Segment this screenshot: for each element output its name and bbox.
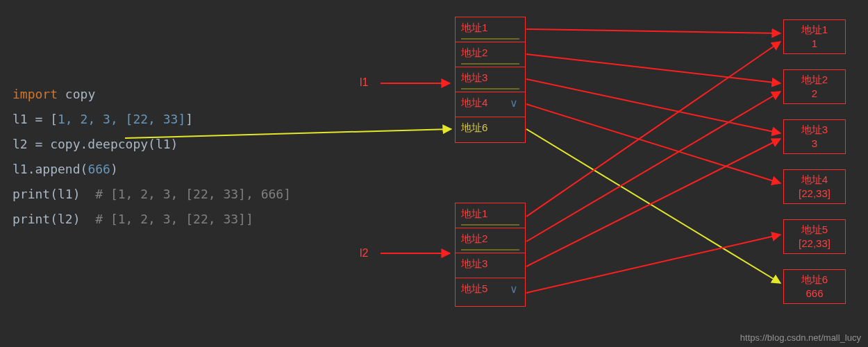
arrow-l2c1-to-v1 <box>526 42 781 217</box>
arrow-l1c4-to-v4 <box>526 104 781 183</box>
l2-cell-2-text: 地址2 <box>461 232 487 244</box>
column-l2: 地址1 地址2 地址3 地址5∨ <box>455 203 526 307</box>
code-line2-nums: 1, 2, 3, [22, 33] <box>58 112 185 126</box>
code-line4-num: 666 <box>87 162 110 176</box>
value-box-3-title: 地址3 <box>784 123 845 137</box>
value-box-3-value: 3 <box>784 137 845 151</box>
column-l1: 地址1 地址2 地址3 地址4∨ 地址6 <box>455 17 526 143</box>
l1-cell-6-text: 地址6 <box>461 121 487 133</box>
arrow-l2c3-to-v3 <box>526 139 781 266</box>
value-box-1: 地址1 1 <box>783 19 846 54</box>
value-box-2-title: 地址2 <box>784 73 845 87</box>
code-line6: print(l2) <box>12 212 81 226</box>
l1-cell-6: 地址6 <box>456 117 525 142</box>
arrow-l1c6-to-v6 <box>526 129 781 283</box>
value-box-4-title: 地址4 <box>784 173 845 187</box>
l2-cell-3-text: 地址3 <box>461 257 487 269</box>
l1-cell-1-text: 地址1 <box>461 22 487 33</box>
code-line3: l2 = copy.deepcopy(l1) <box>12 137 178 151</box>
value-box-2: 地址2 2 <box>783 69 846 104</box>
l2-cell-2: 地址2 <box>456 228 525 253</box>
code-ident-copy: copy <box>58 87 95 101</box>
value-box-5-title: 地址5 <box>784 223 845 237</box>
value-box-6-title: 地址6 <box>784 273 845 287</box>
value-box-4: 地址4 [22,33] <box>783 169 846 204</box>
l1-cell-3: 地址3 <box>456 67 525 92</box>
code-line5-comment: # [1, 2, 3, [22, 33], 666] <box>81 187 291 201</box>
value-box-4-value: [22,33] <box>784 187 845 201</box>
l1-cell-4: 地址4∨ <box>456 92 525 117</box>
code-block: import copy l1 = [1, 2, 3, [22, 33]] l2 … <box>12 57 291 257</box>
checkmark-icon: ∨ <box>510 96 518 110</box>
checkmark-icon: ∨ <box>510 282 518 296</box>
l1-cell-2-text: 地址2 <box>461 46 487 58</box>
code-kw-import: import <box>12 87 58 101</box>
value-box-3: 地址3 3 <box>783 119 846 154</box>
value-box-6-value: 666 <box>784 287 845 301</box>
code-line4-pre: l1.append( <box>12 162 87 176</box>
arrow-l2c5-to-v5 <box>526 235 781 293</box>
code-line4-post: ) <box>110 162 118 176</box>
l1-cell-4-text: 地址4 <box>461 96 487 108</box>
l2-cell-1-text: 地址1 <box>461 208 487 219</box>
l2-cell-5: 地址5∨ <box>456 278 525 303</box>
l1-cell-1: 地址1 <box>456 17 525 42</box>
label-l1: l1 <box>360 76 368 89</box>
code-line2-pre: l1 = [ <box>12 112 58 126</box>
code-line5: print(l1) <box>12 187 81 201</box>
watermark: https://blog.csdn.net/mall_lucy <box>740 332 861 343</box>
l1-cell-2: 地址2 <box>456 42 525 67</box>
arrow-l2c2-to-v2 <box>526 92 781 242</box>
arrow-l1c1-to-v1 <box>526 29 781 33</box>
l2-cell-1: 地址1 <box>456 203 525 228</box>
value-box-2-value: 2 <box>784 87 845 101</box>
code-line6-comment: # [1, 2, 3, [22, 33]] <box>81 212 253 226</box>
arrow-l1c3-to-v3 <box>526 79 781 133</box>
label-l2: l2 <box>360 247 368 260</box>
l2-cell-5-text: 地址5 <box>461 282 487 294</box>
code-line2-post: ] <box>185 112 193 126</box>
arrow-l1c2-to-v2 <box>526 54 781 83</box>
value-box-5: 地址5 [22,33] <box>783 219 846 254</box>
value-box-5-value: [22,33] <box>784 237 845 251</box>
value-box-1-value: 1 <box>784 37 845 51</box>
diagram-canvas: import copy l1 = [1, 2, 3, [22, 33]] l2 … <box>0 0 868 347</box>
value-box-1-title: 地址1 <box>784 23 845 37</box>
value-box-6: 地址6 666 <box>783 269 846 304</box>
l2-cell-3: 地址3 <box>456 253 525 278</box>
l1-cell-3-text: 地址3 <box>461 71 487 83</box>
